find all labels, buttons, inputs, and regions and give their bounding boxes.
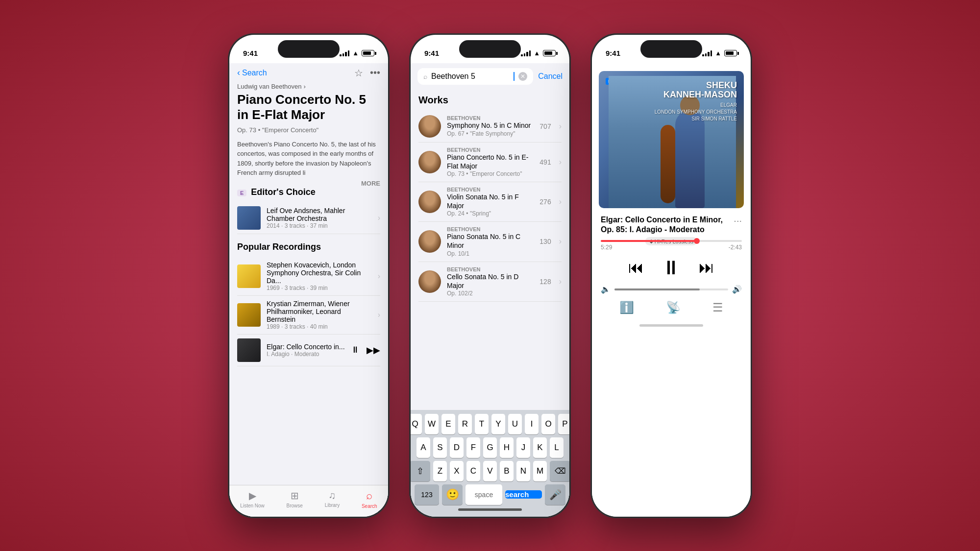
work-item-5[interactable]: BEETHOVEN Cello Sonata No. 5 in D Major … — [418, 262, 562, 302]
chevron-right-icon: › — [559, 277, 562, 286]
key-backspace[interactable]: ⌫ — [550, 461, 569, 481]
work-opus: Op. 10/1 — [447, 250, 534, 257]
tab-bar-1: ▶ Listen Now ⊞ Browse ♫ Library ⌕ Search — [229, 485, 388, 517]
key-e[interactable]: E — [441, 414, 455, 434]
key-z[interactable]: Z — [433, 461, 447, 481]
beethoven-portrait-5 — [418, 270, 441, 293]
key-a[interactable]: A — [416, 437, 430, 458]
work-name: Piano Sonata No. 5 in C Minor — [447, 232, 534, 250]
airplay-button[interactable]: 📡 — [666, 301, 681, 314]
key-q[interactable]: Q — [411, 414, 422, 434]
rewind-button[interactable]: ⏮ — [628, 259, 644, 277]
key-space[interactable]: space — [466, 484, 502, 505]
key-l[interactable]: L — [550, 437, 564, 458]
pause-button[interactable]: ⏸ — [662, 257, 681, 279]
search-bar[interactable]: ⌕ Beethoven 5 ✕ — [417, 68, 533, 85]
key-shift[interactable]: ⇧ — [411, 461, 430, 481]
forward-button[interactable]: ⏭ — [699, 259, 714, 277]
clear-button[interactable]: ✕ — [518, 72, 527, 81]
list-item[interactable]: Krystian Zimerman, Wiener Philharmoniker… — [237, 296, 380, 335]
wifi-icon-3: ▲ — [715, 49, 721, 57]
wifi-icon-2: ▲ — [534, 49, 540, 57]
album-subtitle: ELGARLONDON SYMPHONY ORCHESTRASIR SIMON … — [655, 102, 737, 122]
progress-bar[interactable] — [601, 240, 742, 242]
list-item[interactable]: Stephen Kovacevich, London Symphony Orch… — [237, 257, 380, 296]
composer-label: BEETHOVEN — [447, 147, 534, 153]
work-opus: Op. 24 • "Spring" — [447, 210, 534, 217]
queue-button[interactable]: ☰ — [712, 301, 723, 314]
work-count: 130 — [539, 238, 551, 245]
volume-bar[interactable] — [614, 288, 728, 290]
key-i[interactable]: I — [525, 414, 539, 434]
key-w[interactable]: W — [425, 414, 439, 434]
list-item[interactable]: Elgar: Cello Concerto in... I. Adagio · … — [237, 335, 380, 366]
back-button-1[interactable]: ‹ Search — [237, 68, 267, 78]
item-meta: 2014 · 3 tracks · 37 min — [267, 222, 372, 229]
work-item-1[interactable]: BEETHOVEN Symphony No. 5 in C Minor Op. … — [418, 111, 562, 143]
now-playing-info: Elgar: Cello Concerto in E Minor, Op. 85… — [592, 215, 751, 236]
progress-fill — [601, 240, 697, 242]
work-name: Cello Sonata No. 5 in D Major — [447, 272, 534, 290]
work-item-2[interactable]: BEETHOVEN Piano Concerto No. 5 in E-Flat… — [418, 143, 562, 182]
key-v[interactable]: V — [483, 461, 497, 481]
key-search[interactable]: search — [505, 490, 542, 499]
star-icon[interactable]: ☆ — [354, 67, 363, 79]
track-more-icon[interactable]: ··· — [734, 215, 742, 226]
key-p[interactable]: P — [558, 414, 569, 434]
key-h[interactable]: H — [500, 437, 514, 458]
key-r[interactable]: R — [458, 414, 472, 434]
key-y[interactable]: Y — [491, 414, 505, 434]
key-d[interactable]: D — [450, 437, 464, 458]
search-icon: ⌕ — [423, 72, 427, 80]
key-o[interactable]: O — [541, 414, 555, 434]
battery-icon-1 — [362, 50, 374, 56]
album-thumb — [237, 338, 261, 362]
key-g[interactable]: G — [483, 437, 497, 458]
more-icon-1[interactable]: ••• — [370, 67, 380, 78]
key-c[interactable]: C — [466, 461, 480, 481]
key-n[interactable]: N — [516, 461, 530, 481]
tab-search[interactable]: ⌕ Search — [362, 489, 377, 509]
tab-browse[interactable]: ⊞ Browse — [287, 490, 303, 508]
volume-low-icon: 🔈 — [601, 285, 611, 294]
key-u[interactable]: U — [508, 414, 522, 434]
beethoven-portrait-4 — [418, 230, 441, 253]
works-section: Works BEETHOVEN Symphony No. 5 in C Mino… — [411, 90, 569, 302]
elapsed-time: 5:29 — [601, 244, 612, 251]
list-item[interactable]: Leif Ove Andsnes, Mahler Chamber Orchest… — [237, 202, 380, 234]
iphone-2: 9:41 ▲ ⌕ Beethoven 5 ✕ — [409, 33, 571, 518]
key-emoji[interactable]: 🙂 — [442, 484, 463, 505]
key-k[interactable]: K — [533, 437, 547, 458]
pause-icon[interactable]: ⏸ — [351, 345, 360, 355]
cancel-button[interactable]: Cancel — [538, 72, 563, 81]
tab-listen-now[interactable]: ▶ Listen Now — [240, 490, 264, 508]
tab-browse-label: Browse — [287, 503, 303, 508]
item-meta: I. Adagio · Moderato — [267, 351, 345, 358]
key-t[interactable]: T — [475, 414, 489, 434]
key-b[interactable]: B — [500, 461, 514, 481]
artist-name: Ludwig van Beethoven › — [237, 83, 380, 90]
key-m[interactable]: M — [533, 461, 547, 481]
chevron-right-icon: › — [378, 311, 380, 319]
key-s[interactable]: S — [433, 437, 447, 458]
key-f[interactable]: F — [466, 437, 480, 458]
beethoven-portrait-3 — [418, 191, 441, 213]
forward-icon[interactable]: ▶▶ — [367, 345, 380, 356]
album-art-text: SHEKU KANNEH-MASON ELGARLONDON SYMPHONY … — [655, 81, 737, 123]
work-count: 276 — [539, 198, 551, 206]
info-button[interactable]: ℹ️ — [619, 301, 634, 314]
work-item-4[interactable]: BEETHOVEN Piano Sonata No. 5 in C Minor … — [418, 222, 562, 262]
playback-controls: ⏮ ⏸ ⏭ — [592, 251, 751, 285]
more-button[interactable]: MORE — [361, 180, 380, 187]
key-123[interactable]: 123 — [415, 484, 439, 505]
key-x[interactable]: X — [450, 461, 464, 481]
keyboard: Q W E R T Y U I O P A S D F G H — [411, 410, 569, 517]
phone3-screen: DECCA SHEKU KANNEH-MASON ELGARLONDON SYM… — [592, 63, 751, 517]
work-item-3[interactable]: BEETHOVEN Violin Sonata No. 5 in F Major… — [418, 182, 562, 222]
np-actions: ℹ️ 📡 ☰ — [592, 294, 751, 318]
key-mic[interactable]: 🎤 — [545, 484, 565, 505]
key-j[interactable]: J — [516, 437, 530, 458]
search-input[interactable]: Beethoven 5 — [431, 72, 509, 81]
tab-library[interactable]: ♫ Library — [325, 490, 340, 508]
work-opus: Op. 67 • "Fate Symphony" — [447, 130, 534, 137]
